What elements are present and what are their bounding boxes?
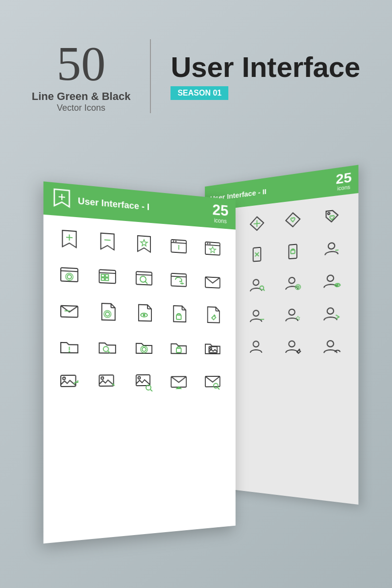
svg-rect-61 bbox=[101, 278, 104, 280]
svg-point-21 bbox=[336, 284, 338, 286]
svg-point-27 bbox=[289, 309, 294, 316]
header-right: User Interface SEASON 01 bbox=[151, 53, 360, 100]
page-title: User Interface bbox=[171, 53, 360, 81]
svg-rect-83 bbox=[176, 315, 181, 319]
svg-point-80 bbox=[143, 314, 145, 316]
svg-point-20 bbox=[327, 275, 333, 281]
list-item bbox=[198, 299, 227, 330]
list-item bbox=[164, 264, 194, 296]
list-item bbox=[52, 294, 86, 327]
list-item bbox=[164, 230, 194, 263]
svg-line-108 bbox=[218, 388, 220, 390]
list-item bbox=[164, 332, 194, 363]
svg-point-3 bbox=[327, 212, 329, 215]
svg-line-54 bbox=[61, 271, 78, 272]
list-item bbox=[198, 366, 227, 396]
list-item bbox=[128, 227, 159, 260]
svg-rect-67 bbox=[172, 273, 187, 287]
svg-point-17 bbox=[289, 277, 294, 284]
svg-line-66 bbox=[145, 281, 147, 284]
svg-point-10 bbox=[328, 243, 334, 249]
list-item bbox=[315, 232, 347, 265]
page-front-count: 25 icons bbox=[212, 202, 228, 225]
svg-point-99 bbox=[101, 377, 103, 379]
svg-line-16 bbox=[263, 289, 265, 291]
page-back-count: 25 icons bbox=[336, 170, 351, 191]
svg-rect-59 bbox=[101, 274, 104, 277]
svg-point-35 bbox=[327, 341, 333, 347]
front-icon-grid bbox=[44, 215, 236, 405]
svg-marker-41 bbox=[141, 239, 147, 246]
header-left: 50 Line Green & Black Vector Icons bbox=[32, 39, 151, 113]
season-badge: SEASON 01 bbox=[171, 86, 228, 100]
svg-rect-8 bbox=[289, 245, 297, 259]
list-item bbox=[278, 332, 308, 362]
svg-point-14 bbox=[253, 279, 259, 285]
list-item bbox=[91, 366, 123, 398]
list-item bbox=[243, 207, 271, 239]
list-item bbox=[52, 221, 86, 256]
list-item bbox=[91, 224, 123, 259]
svg-point-33 bbox=[289, 341, 294, 347]
list-item bbox=[128, 366, 159, 397]
svg-point-44 bbox=[173, 241, 174, 242]
list-item bbox=[315, 265, 347, 297]
svg-line-2 bbox=[253, 223, 260, 224]
list-item bbox=[243, 270, 271, 300]
subtitle2: Vector Icons bbox=[32, 103, 131, 113]
subtitle1: Line Green & Black bbox=[32, 90, 131, 103]
list-item bbox=[164, 366, 194, 396]
list-item bbox=[164, 297, 194, 329]
svg-point-101 bbox=[138, 377, 140, 379]
svg-line-49 bbox=[205, 245, 220, 245]
svg-point-32 bbox=[253, 341, 259, 347]
svg-point-89 bbox=[103, 346, 108, 351]
svg-line-40 bbox=[104, 240, 111, 240]
svg-line-39 bbox=[66, 237, 73, 238]
svg-point-50 bbox=[207, 243, 208, 244]
svg-rect-60 bbox=[105, 274, 108, 277]
svg-point-18 bbox=[297, 286, 299, 288]
list-item bbox=[198, 232, 227, 265]
svg-point-107 bbox=[214, 383, 218, 388]
book-container: User Interface - II 25 icons bbox=[49, 176, 343, 559]
svg-point-76 bbox=[105, 312, 109, 316]
list-item bbox=[52, 330, 86, 363]
number-display: 50 bbox=[32, 39, 131, 88]
list-item bbox=[128, 296, 159, 329]
svg-point-45 bbox=[175, 241, 177, 242]
svg-point-47 bbox=[178, 245, 180, 246]
page-front: User Interface - I 25 icons bbox=[44, 181, 236, 543]
svg-line-68 bbox=[172, 276, 187, 277]
svg-line-58 bbox=[99, 272, 115, 273]
svg-rect-93 bbox=[176, 348, 181, 353]
list-item bbox=[315, 198, 347, 233]
svg-line-37 bbox=[59, 196, 65, 197]
list-item bbox=[52, 366, 86, 398]
list-item bbox=[315, 331, 347, 362]
svg-point-25 bbox=[253, 310, 259, 316]
list-item bbox=[91, 260, 123, 293]
list-item bbox=[243, 332, 271, 362]
list-item bbox=[243, 301, 271, 331]
svg-point-29 bbox=[327, 308, 333, 314]
svg-line-43 bbox=[172, 243, 187, 244]
bookmark-header-icon bbox=[52, 187, 71, 213]
svg-marker-28 bbox=[296, 316, 300, 320]
list-item bbox=[278, 235, 308, 268]
svg-line-11 bbox=[335, 250, 339, 250]
list-item bbox=[315, 298, 347, 330]
header-section: 50 Line Green & Black Vector Icons User … bbox=[0, 39, 392, 113]
svg-line-64 bbox=[136, 274, 151, 275]
list-item bbox=[198, 266, 227, 297]
page-front-title: User Interface - I bbox=[78, 196, 207, 217]
svg-point-97 bbox=[63, 377, 65, 380]
list-item bbox=[198, 332, 227, 363]
svg-point-51 bbox=[209, 243, 211, 245]
svg-point-91 bbox=[142, 347, 146, 351]
svg-rect-62 bbox=[105, 278, 108, 280]
list-item bbox=[278, 203, 308, 236]
svg-rect-9 bbox=[291, 250, 295, 254]
svg-marker-105 bbox=[175, 386, 182, 389]
list-item bbox=[128, 331, 159, 363]
